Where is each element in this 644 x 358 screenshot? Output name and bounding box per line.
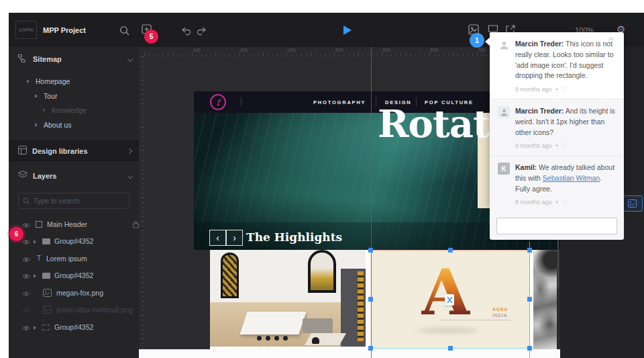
design-card-interior-photo[interactable] (210, 250, 366, 347)
caret-icon[interactable] (35, 94, 38, 98)
sitemap-page-homepage[interactable]: Homepage (36, 77, 70, 85)
eye-icon[interactable] (22, 273, 30, 281)
image-fill-button[interactable] (621, 195, 643, 212)
sitemap-section[interactable]: Sitemap (9, 50, 139, 69)
sitemap-icon (18, 53, 28, 65)
kitchen-island (239, 312, 306, 334)
comment-time: 9 months ago (515, 85, 552, 95)
layer-row-main-header[interactable]: Main Header (9, 218, 139, 232)
redo-icon[interactable] (196, 26, 207, 38)
layers-section[interactable]: Layers (9, 166, 139, 186)
stained-glass-window (221, 253, 239, 298)
eye-icon[interactable] (22, 238, 30, 247)
like-heart-icon[interactable]: ♡ (562, 85, 568, 95)
selection-handle[interactable] (448, 346, 453, 351)
search-icon[interactable] (119, 26, 130, 39)
search-icon (23, 197, 30, 205)
folder-icon (42, 238, 50, 244)
comment-item: K Kamil: We already talked about this wi… (490, 156, 624, 212)
insert-count-badge: 5 (144, 30, 158, 44)
divider (440, 320, 511, 320)
chevron-right-icon[interactable] (127, 148, 132, 153)
sitemap-page-tour[interactable]: Tour (44, 92, 57, 100)
stool (266, 336, 270, 341)
edit-cursor-marker (445, 294, 454, 306)
nav-divider (376, 97, 376, 106)
layers-icon (18, 170, 28, 182)
caret-icon[interactable] (43, 108, 46, 112)
caret-icon[interactable] (35, 123, 38, 127)
eye-icon[interactable] (22, 222, 30, 230)
carousel-prev-button[interactable]: ‹ (209, 230, 226, 246)
comment-author: Kamil: (515, 163, 537, 171)
comment-item: Marcin Treder: And its height is weird. … (490, 99, 624, 155)
design-page-bottom (139, 349, 560, 358)
comment-time: 9 months ago (515, 142, 552, 151)
comments-count-badge: 1 (470, 33, 484, 48)
user-avatar-icon (498, 39, 510, 51)
layer-row-jessic-alba-hidden[interactable]: jessic-alba-swimsuit.png (9, 303, 139, 318)
selection-handle[interactable] (368, 248, 373, 253)
caret-icon[interactable] (27, 79, 30, 83)
selection-handle[interactable] (527, 248, 532, 253)
nav-divider (241, 97, 241, 106)
canvas-guide-line (371, 47, 372, 358)
folder-icon (42, 273, 50, 279)
user-mention-link[interactable]: Sebastian Witman (543, 174, 600, 182)
eye-icon[interactable] (22, 324, 30, 332)
layers-search[interactable] (18, 193, 129, 209)
eye-icon[interactable] (22, 290, 30, 298)
design-libraries-section[interactable]: Design libraries (9, 140, 139, 161)
image-icon (43, 289, 52, 298)
layer-row-megan-fox[interactable]: megan-fox.png (9, 286, 139, 301)
carousel-next-button[interactable]: › (226, 230, 243, 246)
design-nav-photography[interactable]: PHOTOGRAPHY (313, 99, 366, 105)
design-card-bw-photo[interactable] (533, 250, 557, 349)
stool (274, 336, 279, 341)
chevron-down-icon[interactable] (127, 173, 133, 179)
sitemap-page-knowledge[interactable]: Knowledge (52, 106, 87, 114)
selection-handle[interactable] (368, 297, 373, 302)
caret-icon[interactable] (34, 240, 36, 244)
selection-handle[interactable] (527, 297, 532, 302)
uxpin-logo[interactable]: UXPin (15, 21, 37, 39)
sitemap-page-about-us[interactable]: About us (44, 121, 71, 129)
undo-icon[interactable] (180, 26, 192, 38)
comment-reply-input[interactable] (496, 218, 617, 234)
chair (312, 337, 319, 344)
selection-handle[interactable] (527, 346, 532, 351)
layer-row-group[interactable]: Group#4352 (9, 234, 139, 249)
layer-row-group[interactable]: Group#4352 (9, 320, 139, 335)
stool (283, 336, 288, 341)
text-icon: T (37, 255, 41, 262)
like-heart-icon[interactable]: ♡ (562, 141, 568, 151)
comment-author: Marcin Treder: (515, 40, 564, 48)
like-heart-icon[interactable]: ♡ (562, 198, 568, 208)
rug (305, 333, 346, 345)
popup-pointer (485, 37, 490, 46)
design-site-logo[interactable]: f (210, 94, 226, 110)
eye-icon[interactable] (22, 256, 30, 264)
layers-search-input[interactable] (34, 197, 121, 205)
design-headline[interactable]: Rotat (378, 101, 490, 146)
caret-icon[interactable] (34, 274, 36, 278)
comments-popup: Marcin Treder: This icon is not really c… (490, 32, 624, 208)
selection-handle[interactable] (448, 248, 453, 253)
rectangle-icon (36, 221, 42, 228)
sofa (303, 318, 333, 333)
selection-handle[interactable] (368, 346, 373, 351)
caret-icon[interactable] (34, 326, 36, 330)
arch-window (308, 250, 336, 293)
layer-row-group[interactable]: Group#4352 (9, 269, 139, 283)
preview-play-button[interactable] (343, 26, 352, 35)
hidden-group-icon (42, 324, 50, 330)
user-avatar-icon (498, 106, 510, 118)
layer-row-lorem-ipsum[interactable]: T Lorem ipsum (9, 252, 139, 267)
stool (257, 336, 262, 341)
chevron-down-icon[interactable] (127, 56, 133, 62)
eye-off-icon[interactable] (22, 307, 30, 315)
user-avatar-k: K (498, 163, 510, 175)
comment-reply-area (490, 212, 624, 240)
comment-author: Marcin Treder: (515, 107, 564, 115)
vertical-ruler (139, 56, 144, 358)
